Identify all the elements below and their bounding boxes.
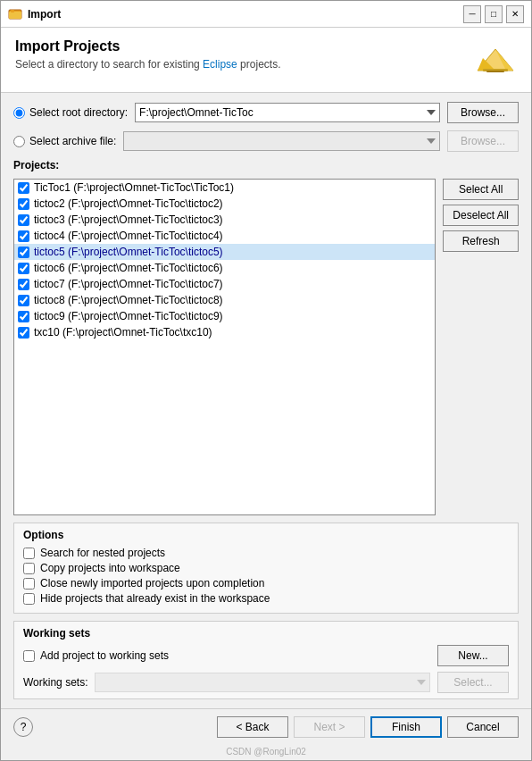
list-item-label: tictoc7 (F:\project\Omnet-TicToc\tictoc7… (34, 278, 223, 290)
list-item-checkbox[interactable] (18, 295, 29, 306)
list-item-checkbox[interactable] (18, 311, 29, 322)
list-item[interactable]: txc10 (F:\project\Omnet-TicToc\txc10) (14, 324, 435, 340)
svg-rect-7 (486, 71, 504, 72)
projects-area: TicToc1 (F:\project\Omnet-TicToc\TicToc1… (13, 179, 519, 515)
projects-buttons: Select All Deselect All Refresh (443, 179, 519, 515)
option-checkbox[interactable] (23, 578, 35, 590)
refresh-button[interactable]: Refresh (443, 230, 519, 252)
option-checkbox[interactable] (23, 593, 35, 605)
list-item-label: tictoc5 (F:\project\Omnet-TicToc\tictoc5… (34, 246, 223, 258)
list-item-checkbox[interactable] (18, 263, 29, 274)
working-sets-section: Working sets Add project to working sets… (13, 621, 519, 699)
option-checkbox[interactable] (23, 548, 35, 559)
list-item[interactable]: tictoc6 (F:\project\Omnet-TicToc\tictoc6… (14, 260, 435, 276)
content-area: Select root directory: F:\project\Omnet-… (1, 93, 531, 708)
list-item[interactable]: tictoc2 (F:\project\Omnet-TicToc\tictoc2… (14, 196, 435, 212)
list-item[interactable]: tictoc3 (F:\project\Omnet-TicToc\tictoc3… (14, 212, 435, 228)
projects-label: Projects: (13, 159, 519, 171)
help-button[interactable]: ? (13, 717, 33, 737)
maximize-button[interactable]: □ (485, 5, 503, 23)
archive-file-radio[interactable] (13, 136, 25, 147)
list-item-checkbox[interactable] (18, 230, 29, 242)
list-item-checkbox[interactable] (18, 214, 29, 226)
list-item-label: txc10 (F:\project\Omnet-TicToc\txc10) (34, 326, 212, 339)
list-item-label: tictoc2 (F:\project\Omnet-TicToc\tictoc2… (34, 197, 223, 210)
list-item[interactable]: tictoc7 (F:\project\Omnet-TicToc\tictoc7… (14, 276, 435, 292)
options-title: Options (23, 529, 509, 541)
select-all-button[interactable]: Select All (443, 179, 519, 200)
option-row: Search for nested projects (23, 547, 509, 559)
list-item-label: tictoc6 (F:\project\Omnet-TicToc\tictoc6… (34, 262, 223, 274)
list-item-label: tictoc9 (F:\project\Omnet-TicToc\tictoc9… (34, 310, 223, 322)
projects-list[interactable]: TicToc1 (F:\project\Omnet-TicToc\TicToc1… (13, 179, 436, 515)
list-item[interactable]: tictoc8 (F:\project\Omnet-TicToc\tictoc8… (14, 292, 435, 308)
working-sets-label: Working sets: (23, 676, 87, 689)
list-item-checkbox[interactable] (18, 247, 29, 258)
options-checkboxes: Search for nested projectsCopy projects … (23, 547, 509, 605)
archive-file-combo[interactable] (123, 131, 440, 151)
svg-rect-1 (9, 12, 21, 19)
window-controls: ─ □ ✕ (463, 5, 524, 23)
deselect-all-button[interactable]: Deselect All (443, 205, 519, 226)
option-row: Copy projects into workspace (23, 562, 509, 574)
root-directory-row: Select root directory: F:\project\Omnet-… (13, 102, 519, 123)
option-label: Hide projects that already exist in the … (40, 592, 270, 605)
browse-archive-button[interactable]: Browse... (447, 130, 519, 152)
list-item-checkbox[interactable] (18, 279, 29, 290)
footer: ? < Back Next > Finish Cancel (1, 708, 531, 745)
list-item[interactable]: TicToc1 (F:\project\Omnet-TicToc\TicToc1… (14, 180, 435, 196)
option-row: Hide projects that already exist in the … (23, 592, 509, 605)
list-item-checkbox[interactable] (18, 198, 29, 210)
header: Import Projects Select a directory to se… (1, 28, 531, 93)
minimize-button[interactable]: ─ (463, 5, 481, 23)
archive-file-label: Select archive file: (29, 135, 116, 147)
option-label: Search for nested projects (40, 547, 165, 559)
dialog-subtitle: Select a directory to search for existin… (15, 58, 465, 71)
add-to-working-sets-label: Add project to working sets (40, 649, 169, 662)
working-sets-combo[interactable] (95, 673, 430, 692)
archive-file-row: Select archive file: Browse... (13, 130, 519, 152)
list-item-label: tictoc8 (F:\project\Omnet-TicToc\tictoc8… (34, 294, 223, 306)
root-directory-radio-label[interactable]: Select root directory: (13, 106, 128, 119)
list-item[interactable]: tictoc5 (F:\project\Omnet-TicToc\tictoc5… (14, 244, 435, 260)
window-title: Import (28, 8, 463, 21)
option-label: Close newly imported projects upon compl… (40, 577, 264, 590)
dialog-title: Import Projects (15, 38, 465, 54)
list-item-label: TicToc1 (F:\project\Omnet-TicToc\TicToc1… (34, 181, 234, 194)
option-label: Copy projects into workspace (40, 562, 180, 574)
eclipse-link[interactable]: Eclipse (203, 58, 237, 71)
list-item-checkbox[interactable] (18, 182, 29, 194)
cancel-button[interactable]: Cancel (447, 716, 519, 738)
list-item-label: tictoc3 (F:\project\Omnet-TicToc\tictoc3… (34, 213, 223, 226)
root-directory-combo[interactable]: F:\project\Omnet-TicToc (135, 103, 440, 122)
working-sets-title: Working sets (23, 627, 509, 640)
archive-file-radio-label[interactable]: Select archive file: (13, 135, 116, 147)
title-bar: Import ─ □ ✕ (1, 1, 531, 28)
close-button[interactable]: ✕ (506, 5, 524, 23)
header-icon (474, 38, 517, 81)
list-item[interactable]: tictoc9 (F:\project\Omnet-TicToc\tictoc9… (14, 308, 435, 324)
import-dialog: Import ─ □ ✕ Import Projects Select a di… (0, 0, 532, 761)
window-icon (8, 7, 22, 21)
new-working-set-button[interactable]: New... (437, 645, 509, 666)
header-text: Import Projects Select a directory to se… (15, 38, 465, 71)
watermark: CSDN @RongLin02 (1, 745, 531, 760)
working-sets-add-row: Add project to working sets New... (23, 645, 509, 666)
footer-buttons: < Back Next > Finish Cancel (217, 716, 519, 738)
next-button[interactable]: Next > (294, 716, 365, 738)
option-checkbox[interactable] (23, 563, 35, 574)
list-item[interactable]: tictoc4 (F:\project\Omnet-TicToc\tictoc4… (14, 228, 435, 244)
root-directory-label: Select root directory: (29, 106, 128, 119)
browse-root-button[interactable]: Browse... (447, 102, 519, 123)
back-button[interactable]: < Back (217, 716, 288, 738)
root-directory-radio[interactable] (13, 107, 25, 119)
finish-button[interactable]: Finish (370, 716, 442, 738)
options-section: Options Search for nested projectsCopy p… (13, 523, 519, 614)
svg-rect-2 (11, 10, 14, 13)
select-working-set-button[interactable]: Select... (437, 672, 509, 693)
add-to-working-sets-checkbox[interactable] (23, 650, 35, 662)
option-row: Close newly imported projects upon compl… (23, 577, 509, 590)
list-item-checkbox[interactable] (18, 327, 29, 339)
list-item-label: tictoc4 (F:\project\Omnet-TicToc\tictoc4… (34, 230, 223, 242)
working-sets-select-row: Working sets: Select... (23, 672, 509, 693)
